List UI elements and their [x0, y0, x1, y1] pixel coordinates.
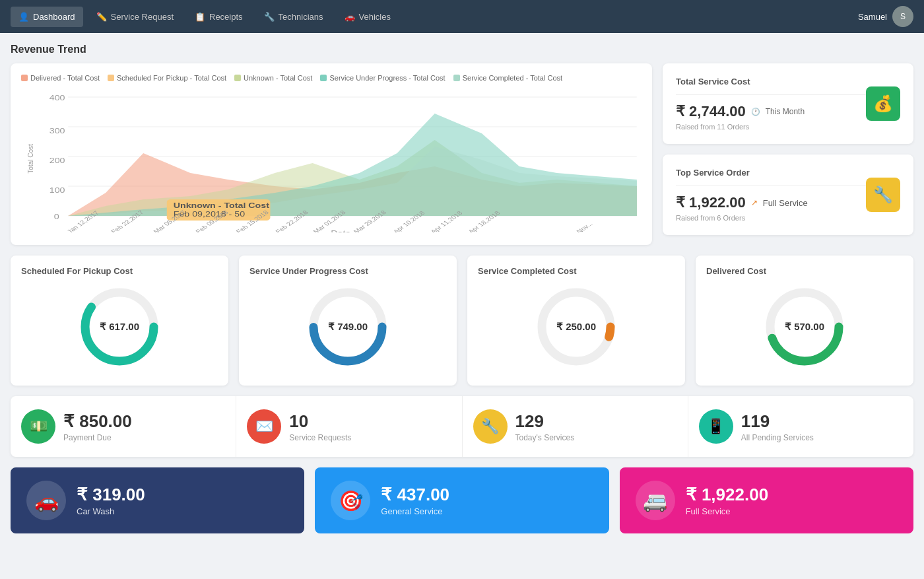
general-icon-circle: 🎯	[331, 481, 370, 520]
donut-card-progress: Service Under Progress Cost ₹ 749.00	[239, 255, 457, 386]
svg-text:0: 0	[54, 213, 59, 221]
bottom-card-full-info: ₹ 1,922.00 Full Service	[686, 485, 768, 516]
svg-text:Unknown - Total Cost: Unknown - Total Cost	[174, 202, 269, 209]
donut-center-delivered: ₹ 570.00	[785, 321, 824, 333]
chart-legend: Delivered - Total Cost Scheduled For Pic…	[21, 74, 642, 82]
donut-wrap-progress: ₹ 749.00	[305, 284, 391, 370]
donut-title-progress: Service Under Progress Cost	[249, 266, 446, 276]
stat-box-pending: 📱 119 All Pending Services	[688, 396, 913, 457]
nav-dashboard[interactable]: 👤 Dashboard	[11, 7, 83, 27]
nav-technicians[interactable]: 🔧 Technicians	[256, 7, 331, 27]
full-service-icon-circle: 🚐	[636, 481, 675, 520]
total-service-period: This Month	[766, 107, 805, 116]
donut-wrap-scheduled: ₹ 617.00	[77, 284, 162, 370]
clock-icon: 🕐	[751, 108, 760, 116]
revenue-chart-card: Delivered - Total Cost Scheduled For Pic…	[11, 63, 652, 245]
total-service-cost-info: Total Service Cost ₹ 2,744.00 🕐 This Mon…	[676, 77, 866, 131]
legend-dot-completed	[453, 75, 460, 81]
donut-card-delivered: Delivered Cost ₹ 570.00	[696, 255, 913, 386]
legend-label-scheduled: Scheduled For Pickup - Total Cost	[117, 74, 226, 82]
trend-icon: ↗	[751, 198, 758, 207]
donut-title-completed: Service Completed Cost	[478, 266, 675, 276]
legend-scheduled: Scheduled For Pickup - Total Cost	[108, 74, 226, 82]
today-icon: 🔧	[481, 418, 499, 435]
bottom-card-general-info: ₹ 437.00 General Service	[381, 485, 449, 516]
stat-info-requests: 10 Service Requests	[289, 411, 351, 442]
bottom-card-carwash[interactable]: 🚗 ₹ 319.00 Car Wash	[11, 467, 304, 533]
stat-box-payment: 💵 ₹ 850.00 Payment Due	[11, 396, 236, 457]
bottom-card-full[interactable]: 🚐 ₹ 1,922.00 Full Service	[620, 467, 913, 533]
requests-icon-circle: ✉️	[247, 409, 281, 444]
stat-number-pending: 119	[741, 411, 814, 432]
bottom-card-full-amount: ₹ 1,922.00	[686, 485, 768, 505]
bottom-card-general-amount: ₹ 437.00	[381, 485, 449, 505]
navbar: 👤 Dashboard ✏️ Service Request 📋 Receipt…	[0, 0, 924, 33]
stat-label-pending: All Pending Services	[741, 433, 814, 442]
donut-title-delivered: Delivered Cost	[706, 266, 903, 276]
bottom-row: 🚗 ₹ 319.00 Car Wash 🎯 ₹ 437.00 General S…	[11, 467, 913, 533]
top-service-icon-box: 🔧	[866, 178, 900, 212]
money-bag-icon: 💰	[873, 94, 893, 113]
donut-center-scheduled: ₹ 617.00	[100, 321, 139, 333]
bottom-card-general-label: General Service	[381, 506, 449, 516]
total-service-amount: ₹ 2,744.00	[676, 103, 746, 120]
right-cards: Total Service Cost ₹ 2,744.00 🕐 This Mon…	[663, 63, 913, 245]
legend-dot-progress	[320, 75, 327, 81]
nav-technicians-label: Technicians	[279, 12, 323, 22]
stat-number-requests: 10	[289, 411, 351, 432]
stat-box-today: 🔧 129 Today's Services	[463, 396, 688, 457]
stat-label-payment: Payment Due	[63, 433, 132, 442]
total-service-sub: Raised from 11 Orders	[676, 123, 866, 131]
svg-text:Nov...: Nov...	[575, 221, 594, 232]
top-row: Delivered - Total Cost Scheduled For Pic…	[11, 63, 913, 245]
stat-box-requests: ✉️ 10 Service Requests	[236, 396, 462, 457]
carwash-icon: 🚗	[34, 489, 59, 512]
nav-vehicles[interactable]: 🚗 Vehicles	[337, 7, 399, 27]
revenue-chart-svg: 400 300 200 100 0	[21, 87, 642, 232]
stat-info-pending: 119 All Pending Services	[741, 411, 814, 442]
stat-info-today: 129 Today's Services	[515, 411, 575, 442]
legend-label-progress: Service Under Progress - Total Cost	[329, 74, 445, 82]
top-service-type: Full Service	[763, 198, 808, 208]
top-service-order-info: Top Service Order ₹ 1,922.00 ↗ Full Serv…	[676, 168, 866, 222]
dashboard-icon: 👤	[18, 12, 29, 22]
donut-center-progress: ₹ 749.00	[328, 321, 368, 333]
stat-number-today: 129	[515, 411, 575, 432]
nav-vehicles-label: Vehicles	[359, 12, 391, 22]
nav-avatar: S	[892, 6, 913, 27]
pending-icon: 📱	[707, 418, 725, 435]
bottom-card-carwash-info: ₹ 319.00 Car Wash	[77, 485, 145, 516]
service-request-icon: ✏️	[96, 12, 107, 22]
legend-dot-delivered	[21, 75, 28, 81]
bottom-card-full-label: Full Service	[686, 506, 768, 516]
total-service-icon-box: 💰	[866, 86, 900, 121]
donut-card-scheduled: Scheduled For Pickup Cost ₹ 617.00	[11, 255, 228, 386]
svg-text:200: 200	[50, 157, 65, 164]
nav-receipts[interactable]: 📋 Receipts	[187, 7, 251, 27]
nav-dashboard-label: Dashboard	[33, 12, 75, 22]
receipts-icon: 📋	[195, 12, 205, 22]
technicians-icon: 🔧	[264, 12, 275, 22]
requests-icon: ✉️	[255, 418, 273, 435]
legend-dot-scheduled	[108, 75, 114, 81]
nav-receipts-label: Receipts	[209, 12, 243, 22]
legend-dot-unknown	[234, 75, 241, 81]
main-content: Revenue Trend Delivered - Total Cost Sch…	[0, 33, 924, 544]
legend-label-delivered: Delivered - Total Cost	[30, 74, 100, 82]
stats-row: 💵 ₹ 850.00 Payment Due ✉️ 10 Service Req…	[11, 396, 913, 457]
svg-text:Date: Date	[331, 230, 350, 232]
nav-user: Samuel S	[858, 6, 913, 27]
legend-delivered: Delivered - Total Cost	[21, 74, 100, 82]
donut-wrap-completed: ₹ 250.00	[533, 284, 619, 370]
legend-label-unknown: Unknown - Total Cost	[244, 74, 312, 82]
page-title: Revenue Trend	[11, 44, 913, 55]
donut-card-completed: Service Completed Cost ₹ 250.00	[467, 255, 685, 386]
donut-row: Scheduled For Pickup Cost ₹ 617.00 Servi…	[11, 255, 913, 386]
total-service-cost-card: Total Service Cost ₹ 2,744.00 🕐 This Mon…	[663, 63, 913, 144]
nav-username: Samuel	[858, 12, 887, 22]
nav-service-request-label: Service Request	[111, 12, 174, 22]
legend-completed: Service Completed - Total Cost	[453, 74, 562, 82]
bottom-card-general[interactable]: 🎯 ₹ 437.00 General Service	[315, 467, 609, 533]
legend-progress: Service Under Progress - Total Cost	[320, 74, 445, 82]
nav-service-request[interactable]: ✏️ Service Request	[88, 7, 182, 27]
